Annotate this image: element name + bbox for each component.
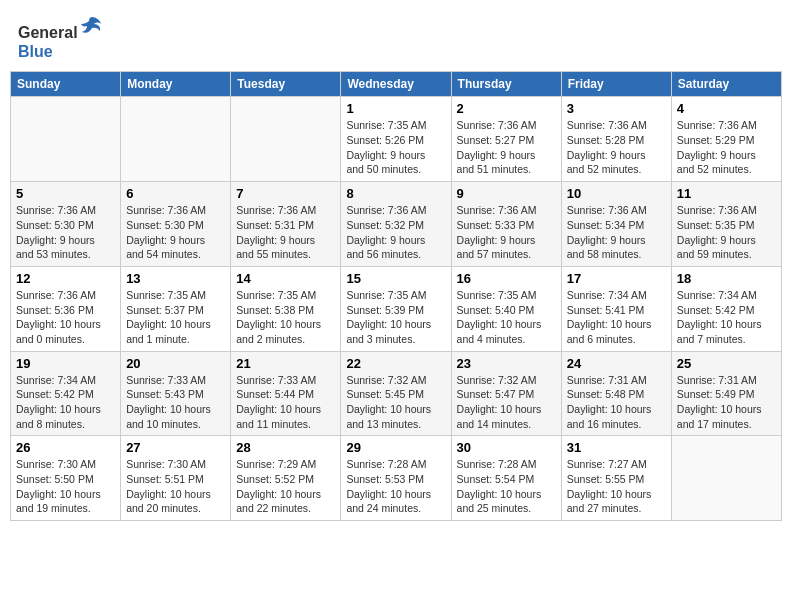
day-info: Sunrise: 7:34 AM Sunset: 5:42 PM Dayligh… [16,373,115,432]
calendar-cell: 8Sunrise: 7:36 AM Sunset: 5:32 PM Daylig… [341,182,451,267]
day-info: Sunrise: 7:30 AM Sunset: 5:50 PM Dayligh… [16,457,115,516]
calendar-table: SundayMondayTuesdayWednesdayThursdayFrid… [10,71,782,521]
day-info: Sunrise: 7:33 AM Sunset: 5:44 PM Dayligh… [236,373,335,432]
calendar-cell: 11Sunrise: 7:36 AM Sunset: 5:35 PM Dayli… [671,182,781,267]
day-info: Sunrise: 7:35 AM Sunset: 5:26 PM Dayligh… [346,118,445,177]
day-info: Sunrise: 7:36 AM Sunset: 5:27 PM Dayligh… [457,118,556,177]
calendar-week-row: 26Sunrise: 7:30 AM Sunset: 5:50 PM Dayli… [11,436,782,521]
day-info: Sunrise: 7:36 AM Sunset: 5:30 PM Dayligh… [16,203,115,262]
weekday-header-thursday: Thursday [451,72,561,97]
calendar-cell: 23Sunrise: 7:32 AM Sunset: 5:47 PM Dayli… [451,351,561,436]
day-number: 6 [126,186,225,201]
day-info: Sunrise: 7:36 AM Sunset: 5:29 PM Dayligh… [677,118,776,177]
calendar-cell: 7Sunrise: 7:36 AM Sunset: 5:31 PM Daylig… [231,182,341,267]
weekday-header-saturday: Saturday [671,72,781,97]
day-number: 11 [677,186,776,201]
calendar-cell: 24Sunrise: 7:31 AM Sunset: 5:48 PM Dayli… [561,351,671,436]
day-info: Sunrise: 7:33 AM Sunset: 5:43 PM Dayligh… [126,373,225,432]
calendar-cell: 12Sunrise: 7:36 AM Sunset: 5:36 PM Dayli… [11,266,121,351]
day-info: Sunrise: 7:31 AM Sunset: 5:48 PM Dayligh… [567,373,666,432]
day-number: 28 [236,440,335,455]
day-info: Sunrise: 7:28 AM Sunset: 5:53 PM Dayligh… [346,457,445,516]
calendar-cell: 26Sunrise: 7:30 AM Sunset: 5:50 PM Dayli… [11,436,121,521]
calendar-week-row: 1Sunrise: 7:35 AM Sunset: 5:26 PM Daylig… [11,97,782,182]
day-info: Sunrise: 7:29 AM Sunset: 5:52 PM Dayligh… [236,457,335,516]
day-number: 24 [567,356,666,371]
calendar-cell: 14Sunrise: 7:35 AM Sunset: 5:38 PM Dayli… [231,266,341,351]
day-info: Sunrise: 7:34 AM Sunset: 5:41 PM Dayligh… [567,288,666,347]
day-info: Sunrise: 7:31 AM Sunset: 5:49 PM Dayligh… [677,373,776,432]
day-number: 2 [457,101,556,116]
day-number: 10 [567,186,666,201]
calendar-week-row: 19Sunrise: 7:34 AM Sunset: 5:42 PM Dayli… [11,351,782,436]
calendar-cell [121,97,231,182]
logo-text: General Blue [18,14,104,61]
calendar-cell: 27Sunrise: 7:30 AM Sunset: 5:51 PM Dayli… [121,436,231,521]
day-info: Sunrise: 7:34 AM Sunset: 5:42 PM Dayligh… [677,288,776,347]
calendar-cell: 6Sunrise: 7:36 AM Sunset: 5:30 PM Daylig… [121,182,231,267]
day-info: Sunrise: 7:30 AM Sunset: 5:51 PM Dayligh… [126,457,225,516]
day-info: Sunrise: 7:35 AM Sunset: 5:40 PM Dayligh… [457,288,556,347]
calendar-cell: 18Sunrise: 7:34 AM Sunset: 5:42 PM Dayli… [671,266,781,351]
day-number: 17 [567,271,666,286]
calendar-cell: 5Sunrise: 7:36 AM Sunset: 5:30 PM Daylig… [11,182,121,267]
day-number: 4 [677,101,776,116]
logo-blue-text: Blue [18,43,53,60]
day-info: Sunrise: 7:28 AM Sunset: 5:54 PM Dayligh… [457,457,556,516]
calendar-cell: 31Sunrise: 7:27 AM Sunset: 5:55 PM Dayli… [561,436,671,521]
weekday-header-friday: Friday [561,72,671,97]
calendar-cell [11,97,121,182]
calendar-cell: 17Sunrise: 7:34 AM Sunset: 5:41 PM Dayli… [561,266,671,351]
calendar-cell: 16Sunrise: 7:35 AM Sunset: 5:40 PM Dayli… [451,266,561,351]
calendar-week-row: 12Sunrise: 7:36 AM Sunset: 5:36 PM Dayli… [11,266,782,351]
day-number: 25 [677,356,776,371]
calendar-cell: 29Sunrise: 7:28 AM Sunset: 5:53 PM Dayli… [341,436,451,521]
calendar-cell: 19Sunrise: 7:34 AM Sunset: 5:42 PM Dayli… [11,351,121,436]
calendar-cell: 25Sunrise: 7:31 AM Sunset: 5:49 PM Dayli… [671,351,781,436]
day-number: 3 [567,101,666,116]
day-info: Sunrise: 7:35 AM Sunset: 5:38 PM Dayligh… [236,288,335,347]
day-number: 1 [346,101,445,116]
day-number: 30 [457,440,556,455]
logo-bird-icon [80,14,104,38]
calendar-cell: 21Sunrise: 7:33 AM Sunset: 5:44 PM Dayli… [231,351,341,436]
page-header: General Blue [10,10,782,65]
logo-general: General [18,24,78,41]
calendar-cell: 1Sunrise: 7:35 AM Sunset: 5:26 PM Daylig… [341,97,451,182]
day-number: 26 [16,440,115,455]
day-number: 8 [346,186,445,201]
day-info: Sunrise: 7:36 AM Sunset: 5:35 PM Dayligh… [677,203,776,262]
weekday-header-monday: Monday [121,72,231,97]
day-number: 7 [236,186,335,201]
weekday-header-sunday: Sunday [11,72,121,97]
day-number: 13 [126,271,225,286]
day-number: 15 [346,271,445,286]
calendar-cell: 22Sunrise: 7:32 AM Sunset: 5:45 PM Dayli… [341,351,451,436]
day-info: Sunrise: 7:27 AM Sunset: 5:55 PM Dayligh… [567,457,666,516]
day-number: 29 [346,440,445,455]
day-number: 31 [567,440,666,455]
day-number: 18 [677,271,776,286]
calendar-week-row: 5Sunrise: 7:36 AM Sunset: 5:30 PM Daylig… [11,182,782,267]
calendar-cell: 13Sunrise: 7:35 AM Sunset: 5:37 PM Dayli… [121,266,231,351]
day-number: 12 [16,271,115,286]
day-info: Sunrise: 7:36 AM Sunset: 5:36 PM Dayligh… [16,288,115,347]
calendar-cell: 9Sunrise: 7:36 AM Sunset: 5:33 PM Daylig… [451,182,561,267]
day-info: Sunrise: 7:36 AM Sunset: 5:28 PM Dayligh… [567,118,666,177]
day-number: 22 [346,356,445,371]
day-info: Sunrise: 7:36 AM Sunset: 5:30 PM Dayligh… [126,203,225,262]
calendar-cell: 20Sunrise: 7:33 AM Sunset: 5:43 PM Dayli… [121,351,231,436]
day-number: 9 [457,186,556,201]
calendar-cell: 2Sunrise: 7:36 AM Sunset: 5:27 PM Daylig… [451,97,561,182]
day-info: Sunrise: 7:32 AM Sunset: 5:47 PM Dayligh… [457,373,556,432]
day-number: 20 [126,356,225,371]
weekday-header-wednesday: Wednesday [341,72,451,97]
day-number: 14 [236,271,335,286]
calendar-cell: 4Sunrise: 7:36 AM Sunset: 5:29 PM Daylig… [671,97,781,182]
day-number: 5 [16,186,115,201]
day-info: Sunrise: 7:36 AM Sunset: 5:34 PM Dayligh… [567,203,666,262]
day-info: Sunrise: 7:35 AM Sunset: 5:39 PM Dayligh… [346,288,445,347]
weekday-header-tuesday: Tuesday [231,72,341,97]
day-info: Sunrise: 7:36 AM Sunset: 5:32 PM Dayligh… [346,203,445,262]
day-info: Sunrise: 7:36 AM Sunset: 5:33 PM Dayligh… [457,203,556,262]
